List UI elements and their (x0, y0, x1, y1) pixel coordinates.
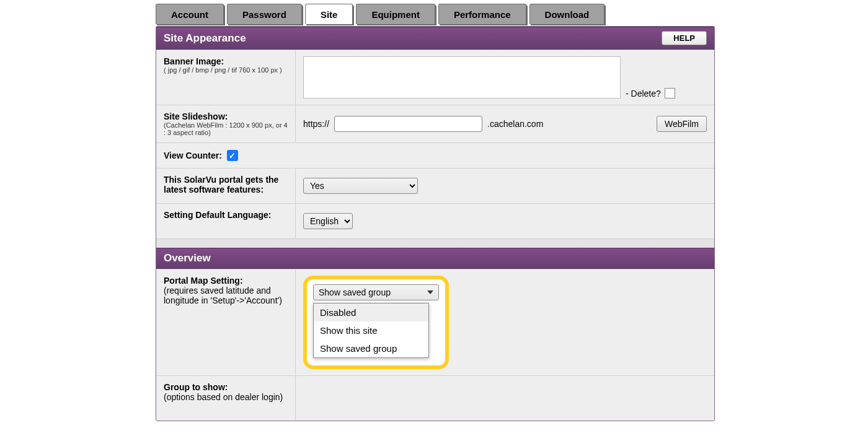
portal-map-label: Portal Map Setting: (164, 276, 289, 286)
section-title-overview: Overview (164, 252, 211, 264)
banner-image-label: Banner Image: (164, 56, 289, 66)
portal-map-option-this-site[interactable]: Show this site (314, 321, 428, 339)
portal-map-option-saved-group[interactable]: Show saved group (314, 339, 428, 357)
banner-image-hint: ( jpg / gif / bmp / png / tif 760 x 100 … (164, 66, 289, 74)
tab-equipment[interactable]: Equipment (356, 4, 435, 24)
banner-delete-checkbox[interactable] (665, 88, 675, 98)
portal-map-hint: (requires saved latitude and longitude i… (164, 286, 289, 305)
banner-image-preview[interactable] (303, 56, 621, 98)
row-site-slideshow: Site Slideshow: (Cachelan WebFilm : 1200… (156, 105, 714, 142)
tab-account[interactable]: Account (156, 4, 224, 24)
view-counter-checkbox[interactable]: ✓ (227, 150, 238, 161)
group-to-show-label: Group to show: (164, 382, 289, 392)
slideshow-hint: (Cachelan WebFilm : 1200 x 900 px, or 4 … (164, 121, 289, 136)
tab-bar: Account Password Site Equipment Performa… (156, 4, 714, 24)
row-banner-image: Banner Image: ( jpg / gif / bmp / png / … (156, 50, 714, 105)
help-button[interactable]: HELP (662, 31, 707, 45)
tab-password[interactable]: Password (227, 4, 302, 24)
row-default-language: Setting Default Language: English (156, 203, 714, 238)
row-software-features: This SolarVu portal gets the latest soft… (156, 168, 714, 203)
row-group-to-show: Group to show: (options based on dealer … (156, 375, 714, 421)
section-title: Site Appearance (164, 32, 246, 45)
slideshow-suffix: .cachelan.com (487, 119, 543, 129)
slideshow-subdomain-input[interactable] (334, 116, 482, 132)
portal-map-select[interactable]: Show saved group (313, 284, 439, 300)
software-features-select[interactable]: Yes (303, 178, 418, 194)
portal-map-options-list: Disabled Show this site Show saved group (313, 303, 429, 358)
portal-map-highlight: Show saved group Disabled Show this site… (303, 276, 449, 369)
row-view-counter: View Counter: ✓ (156, 142, 714, 168)
tab-download[interactable]: Download (529, 4, 605, 24)
slideshow-label: Site Slideshow: (164, 111, 289, 121)
portal-map-option-disabled[interactable]: Disabled (314, 303, 428, 321)
default-language-label: Setting Default Language: (164, 210, 289, 220)
row-portal-map-setting: Portal Map Setting: (requires saved lati… (156, 269, 714, 375)
webfilm-button[interactable]: WebFilm (657, 116, 707, 132)
chevron-down-icon (427, 290, 433, 294)
section-site-appearance-header: Site Appearance HELP (156, 27, 714, 50)
tab-site[interactable]: Site (305, 4, 353, 24)
default-language-select[interactable]: English (303, 213, 353, 229)
tab-performance[interactable]: Performance (438, 4, 526, 24)
software-features-label: This SolarVu portal gets the latest soft… (164, 175, 289, 194)
view-counter-label: View Counter: (164, 151, 222, 160)
group-to-show-hint: (options based on dealer login) (164, 392, 289, 402)
site-settings-panel: Site Appearance HELP Banner Image: ( jpg… (156, 26, 715, 421)
slideshow-prefix: https:// (303, 119, 329, 129)
banner-delete-label: - Delete? (626, 89, 661, 98)
portal-map-selected-value: Show saved group (319, 287, 391, 297)
section-overview-header: Overview (156, 248, 714, 269)
